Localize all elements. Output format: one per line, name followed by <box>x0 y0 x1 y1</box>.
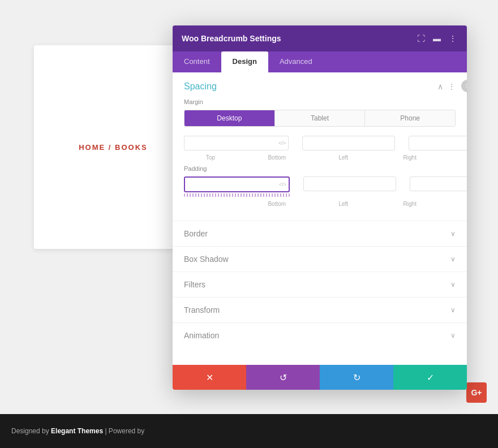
padding-left-label: Left <box>317 201 370 207</box>
modal-tabs: Content Design Advanced <box>173 51 467 72</box>
footer-text: Designed by Elegant Themes | Powered by <box>11 427 144 435</box>
tab-advanced[interactable]: Advanced <box>268 51 324 72</box>
padding-top-input[interactable]: 0em <box>185 178 277 191</box>
redo-button[interactable]: ↻ <box>320 365 393 390</box>
margin-left-input-wrap: 50px 🔗 <box>409 136 467 150</box>
cancel-button[interactable]: ✕ <box>173 365 246 390</box>
margin-bottom-input-wrap: 80px <box>302 136 395 150</box>
margin-top-input[interactable]: 0em <box>184 136 276 150</box>
filters-arrow: ∨ <box>450 281 456 288</box>
footer-spacer <box>173 348 467 365</box>
margin-left-label: Left <box>317 154 370 161</box>
padding-bottom-field: 0em <box>303 176 396 191</box>
background-card: HOME / BOOKS <box>34 45 192 249</box>
breadcrumb-text: HOME / BOOKS <box>79 143 148 152</box>
fullscreen-icon[interactable]: ⛶ <box>416 33 426 44</box>
padding-inputs: 0em </> 0em <box>184 176 456 207</box>
margin-top-field: 0em </> <box>184 136 289 150</box>
tab-design[interactable]: Design <box>221 51 268 72</box>
padding-top-field: 0em </> <box>184 176 290 197</box>
padding-label: Padding <box>184 165 456 172</box>
box-shadow-title: Box Shadow <box>184 255 229 264</box>
undo-button[interactable]: ↺ <box>246 365 320 390</box>
padding-top-link-icon[interactable]: </> <box>277 182 289 187</box>
transform-title: Transform <box>184 305 220 315</box>
responsive-tabs: Desktop Tablet Phone <box>184 110 456 127</box>
padding-top-input-wrap: 0em </> <box>184 176 290 192</box>
modal-header: Woo Breadcrumb Settings ⛶ ▬ ⋮ <box>173 25 467 51</box>
spacing-section-header: Spacing ∧ ⋮ <box>184 81 456 92</box>
padding-right-label: Right <box>384 201 437 207</box>
filters-section[interactable]: Filters ∨ <box>173 272 467 298</box>
animation-section[interactable]: Animation ∨ <box>173 323 467 348</box>
margin-inputs: 0em </> 80px 5 <box>184 136 456 161</box>
save-button[interactable]: ✓ <box>393 365 467 390</box>
page-footer: Designed by Elegant Themes | Powered by <box>0 414 498 448</box>
animation-title: Animation <box>184 331 219 340</box>
padding-top-label <box>184 201 237 207</box>
gplus-icon: G+ <box>466 382 487 403</box>
margin-left-input[interactable]: 50px <box>409 136 467 150</box>
animation-arrow: ∨ <box>450 331 456 339</box>
margin-left-field: 50px 🔗 <box>409 136 467 150</box>
margin-bottom-input[interactable]: 80px <box>303 136 394 150</box>
section-controls: ∧ ⋮ <box>437 82 456 91</box>
spacing-title: Spacing <box>184 81 217 92</box>
padding-left-field: 0em </> <box>410 176 467 191</box>
margin-label: Margin <box>184 98 456 105</box>
modal-footer: ✕ ↺ ↻ ✓ <box>173 365 467 390</box>
margin-bottom-field: 80px <box>302 136 395 150</box>
margin-top-link-icon[interactable]: </> <box>276 140 288 146</box>
padding-bottom-input-wrap: 0em <box>303 176 396 191</box>
spacing-section: Spacing ∧ ⋮ Margin Desktop Tablet Phone <box>173 72 467 221</box>
modal-body: Spacing ∧ ⋮ Margin Desktop Tablet Phone <box>173 72 467 365</box>
tab-content[interactable]: Content <box>173 51 221 72</box>
header-icons: ⛶ ▬ ⋮ <box>416 33 458 44</box>
padding-slider[interactable] <box>184 193 290 197</box>
padding-left-input[interactable]: 0em <box>410 177 467 191</box>
modal-title: Woo Breadcrumb Settings <box>182 34 281 43</box>
columns-icon[interactable]: ▬ <box>432 33 442 44</box>
border-arrow: ∨ <box>450 230 456 238</box>
border-title: Border <box>184 229 208 238</box>
filters-title: Filters <box>184 280 205 289</box>
border-section[interactable]: Border ∨ <box>173 221 467 247</box>
responsive-tab-tablet[interactable]: Tablet <box>275 110 366 126</box>
collapse-icon[interactable]: ∧ <box>437 82 443 91</box>
box-shadow-arrow: ∨ <box>450 255 456 263</box>
padding-left-input-wrap: 0em </> <box>410 176 467 191</box>
transform-section[interactable]: Transform ∨ <box>173 298 467 323</box>
padding-bottom-input[interactable]: 0em <box>304 177 396 191</box>
box-shadow-section[interactable]: Box Shadow ∨ <box>173 247 467 272</box>
more-options-icon[interactable]: ⋮ <box>448 33 458 44</box>
transform-arrow: ∨ <box>450 306 456 314</box>
margin-top-label: Top <box>184 154 237 161</box>
responsive-tab-desktop[interactable]: Desktop <box>184 110 275 126</box>
margin-bottom-label: Bottom <box>251 154 304 161</box>
margin-right-label: Right <box>384 154 437 161</box>
padding-bottom-label: Bottom <box>251 201 304 207</box>
margin-top-input-wrap: 0em </> <box>184 136 289 150</box>
section-menu-icon[interactable]: ⋮ <box>448 82 456 91</box>
responsive-tab-phone[interactable]: Phone <box>365 110 455 126</box>
settings-modal: Woo Breadcrumb Settings ⛶ ▬ ⋮ Content De… <box>173 25 467 390</box>
